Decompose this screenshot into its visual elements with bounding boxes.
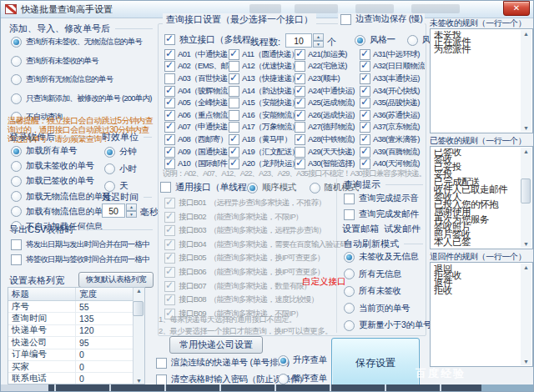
radio-option[interactable]: 所有无信息 [344,269,431,280]
custom-interface-label[interactable]: 自定义接口 [302,276,346,288]
interface-a-option[interactable]: A24(中通快运) [295,85,360,98]
interface-b-option[interactable]: 接口B05（能查询多家快递，换IP可查更多） [164,253,355,264]
interface-b-option[interactable]: 接口B01（远程异步查询多家快递，不推荐） [164,198,355,209]
radio-option[interactable]: 升序查单 [278,354,327,366]
radio-option[interactable]: 顺序模式 [247,182,296,193]
general-interface-checkbox[interactable]: 通用接口（单线程） [160,181,255,193]
checkbox-option[interactable]: 将签收日期与签收时间合并在同一格中 [11,254,149,265]
radio-option[interactable]: 查询所有未签收的单号 [11,56,152,67]
scrollbar[interactable]: ▲ ▼ [521,30,531,132]
scroll-up-icon[interactable]: ▲ [523,148,529,154]
interface-a-option[interactable]: A34(开心快线) [360,85,425,98]
radio-option[interactable]: 加载所有单号 [11,145,111,157]
interface-a-option[interactable]: A37(京东物流) [360,122,425,134]
interface-b-option[interactable]: 接口B08（能查询多家快递，速度比较慢） [164,294,355,305]
radio-option[interactable]: 加载未签收的单号 [11,160,111,172]
interface-b-option[interactable]: 接口B04（能查询多家快递，需要在百度输入验证码） [164,239,355,250]
mail-test-button[interactable]: 试发邮件 [384,223,421,235]
radio-option[interactable]: 更新量小于3的单号 [344,319,431,331]
interface-a-option[interactable]: A06（重点物流） [164,109,229,122]
interface-a-option[interactable]: A01（中通快递） [164,48,229,61]
table-row[interactable]: 买家0 [8,361,144,373]
interface-a-option[interactable]: A31(中远环球) [360,48,425,61]
interface-a-option[interactable]: A33(丰通快运) [360,73,425,85]
common-companies-button[interactable]: 常用快递公司设置 [169,336,263,354]
interface-a-option[interactable]: A14（韵达快递） [229,85,295,98]
interface-a-option[interactable]: A25(远成物流) [295,97,360,109]
interface-a-option[interactable]: A35(品骏快递) [360,97,425,109]
checkbox-option[interactable]: 查询完成提示音 [344,193,418,204]
table-row[interactable]: 序号55 [8,301,144,313]
interface-a-option[interactable]: A05（全峰快递） [164,97,229,109]
interface-a-option[interactable]: A12（优速快递） [229,61,295,73]
scroll-up-icon[interactable]: ▲ [136,288,142,294]
interface-a-option[interactable]: A15（安能快递） [229,97,295,109]
interface-a-option[interactable]: A29(天天快递) [295,146,360,158]
scroll-up-icon[interactable]: ▲ [523,31,529,37]
spinner-down-icon[interactable]: ▼ [313,41,324,48]
interface-a-option[interactable]: A26(远成快运) [295,109,360,122]
radio-option[interactable]: 风格一 [355,34,395,46]
interface-a-option[interactable]: A21(加运美) [295,48,360,61]
interface-a-option[interactable]: A22(宅急送) [295,61,360,73]
signed-rules-listbox[interactable]: 已签收签收已妥投妥投已完成配送收件人已取走邮件签收人已投入您的怀抱感谢使用再次为… [430,146,533,249]
interface-a-option[interactable]: A39(百腾物流) [360,146,425,158]
threads-spinner[interactable]: 10 ▲▼ [285,33,324,48]
spinner-down-icon[interactable]: ▼ [126,211,137,219]
checkbox-option[interactable]: 将发出日期与发出时间合并在同一格中 [11,239,149,250]
checkbox-option[interactable]: 查询完成发邮件 [344,209,418,220]
save-settings-button[interactable]: 保存设置 [331,338,420,388]
scroll-down-icon[interactable]: ▼ [523,359,529,364]
radio-option[interactable]: 小时 [104,163,136,175]
interface-a-option[interactable]: A27(德邦物流) [295,122,360,134]
save-while-query-checkbox[interactable]: 边查询边保存 (慢) [338,13,425,25]
spinner-up-icon[interactable]: ▲ [313,33,324,41]
interface-a-option[interactable]: A16（安能物流） [229,109,295,122]
radio-option[interactable]: 所有未签收 [344,285,431,297]
independent-interface-checkbox[interactable]: 独立接口（多线程） [164,33,259,46]
radio-option[interactable]: 加载已签收的单号 [11,175,111,187]
interface-a-option[interactable]: A13（快捷速递） [229,73,295,85]
radio-option[interactable]: 当前页的单号 [344,303,431,314]
scroll-thumb[interactable] [521,178,531,204]
interface-a-option[interactable]: A03（百世快递） [164,73,229,85]
radio-option[interactable]: 降序查单 [278,373,327,384]
interface-a-option[interactable]: A19（汇文配送） [229,146,295,158]
scroll-down-icon[interactable]: ▼ [523,125,529,131]
table-row[interactable]: 快递公司95 [8,337,144,349]
interface-a-option[interactable]: A04（骏辉物流） [164,85,229,98]
render-serial-checkbox[interactable]: 渲染连续的快递单号 (单号排序) [156,357,290,369]
interface-a-option[interactable]: A18（黄马甲） [229,133,295,146]
radio-option[interactable]: 天 [104,180,136,192]
radio-option[interactable]: 分钟 [104,146,136,158]
interface-a-option[interactable]: A36(苏通快运) [360,109,425,122]
interface-a-option[interactable]: A02（EMS、邮政） [164,61,229,73]
interface-a-option[interactable]: A08（西邮寄） [164,133,229,146]
interface-b-option[interactable]: 接口B03（能查询多家快递，远程异步查询） [164,225,355,236]
table-row[interactable]: 查询时间135 [8,313,144,324]
radio-option[interactable]: 只查询新添加、被修改的单号 (200单内) [11,93,152,104]
radio-option[interactable]: 未签收及无信息 [344,251,431,263]
table-row[interactable]: 联系电话0 [8,373,144,384]
scroll-down-icon[interactable]: ▼ [136,378,142,384]
interface-a-option[interactable]: A28(中铁物流) [295,133,360,146]
scrollbar[interactable]: ▲ ▼ [521,264,531,365]
interface-a-option[interactable]: A11（圆通快递） [229,48,295,61]
table-scroll-thumb[interactable] [133,301,144,316]
radio-option[interactable]: 加载有物流信息的单号 [11,206,111,218]
threads-value[interactable]: 10 [285,33,312,48]
returned-rules-listbox[interactable]: 退回拒签收退件拒收 ▲ ▼ [430,262,533,367]
interface-a-option[interactable]: A09（国通快递） [164,146,229,158]
radio-option[interactable]: 查询所有无物流信息的单号 [11,74,152,85]
unsigned-rules-listbox[interactable]: 未妥投正在派件为您派件 ▲ ▼ [430,28,533,133]
interface-a-option[interactable]: A32(日日顺物流) [360,61,425,73]
interface-a-option[interactable]: A38(壹米滴答) [360,133,425,146]
interface-a-option[interactable]: A23(顺丰) [295,73,360,85]
delay-spinner[interactable]: 50 ▲▼ [102,204,137,218]
scroll-down-icon[interactable]: ▼ [523,241,529,247]
table-row[interactable]: 快递单号120 [8,325,144,337]
reset-colwidth-button[interactable]: 恢复默认表格列宽 [78,272,154,288]
interface-a-option[interactable]: A17（万象物流） [229,122,295,134]
delay-value[interactable]: 50 [102,204,125,218]
radio-option[interactable]: 加载无物流信息的单号 [11,191,111,203]
